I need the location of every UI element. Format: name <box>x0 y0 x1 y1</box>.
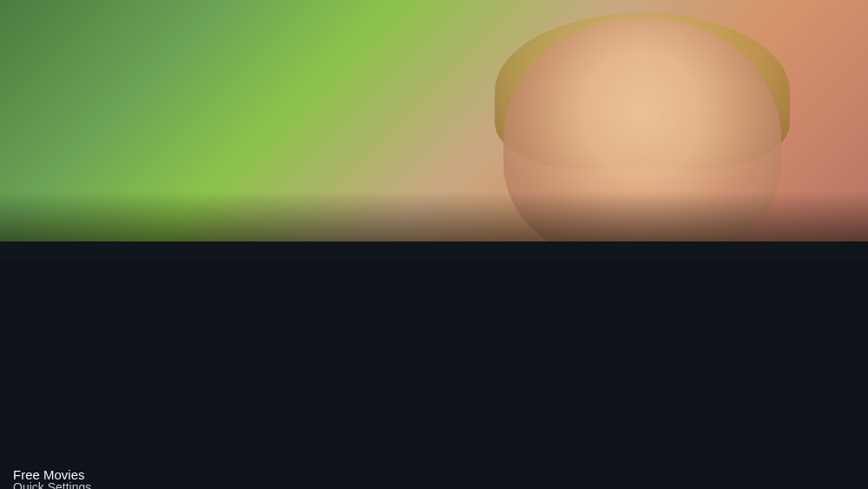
bottom-panel: Quick Settings e e-Manual <box>0 241 868 489</box>
free-movies-label: Free Movies <box>13 467 85 482</box>
face-overlay <box>503 17 781 261</box>
tv-background <box>0 0 868 261</box>
